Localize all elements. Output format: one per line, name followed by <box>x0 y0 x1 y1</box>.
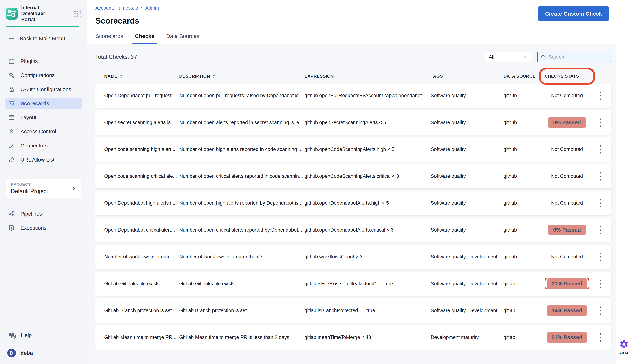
sidebar-item-label: OAuth Configurations <box>21 86 71 92</box>
check-expression: github.openDependabotAlerts.critical < 3 <box>304 227 431 233</box>
back-to-main-menu[interactable]: Back to Main Menu <box>0 36 87 42</box>
kebab-menu-icon <box>599 117 602 128</box>
row-actions-menu[interactable] <box>597 332 604 343</box>
filter-value: All <box>489 54 494 60</box>
check-data-source: github <box>503 93 545 98</box>
check-expression: gitlab.isBranchProtected == true <box>304 308 431 314</box>
toolbar-right: All <box>485 52 611 62</box>
row-actions-menu[interactable] <box>597 305 604 316</box>
check-tags: Software quality, Development... <box>431 254 503 260</box>
connector-icon <box>8 142 15 149</box>
check-description: Number of open critical alerts reported … <box>179 227 304 233</box>
person-icon <box>8 128 15 135</box>
project-nav: Pipelines Executions <box>0 208 87 236</box>
sidebar-item-executions[interactable]: Executions <box>5 222 82 233</box>
table-row: GitLab Gitleaks file existsGitLab Gitlea… <box>95 272 611 296</box>
aida-assistant-button[interactable]: AIDA <box>616 339 632 355</box>
check-expression: gitlab.isFileExists.".gitleaks.toml" == … <box>304 281 431 286</box>
check-tags: Software quality <box>431 93 503 98</box>
help-button[interactable]: ? Help <box>0 332 87 339</box>
column-header-checks-stats: CHECKS STATS <box>545 74 589 79</box>
sidebar-item-label: Pipelines <box>21 211 42 217</box>
app-grid-icon[interactable] <box>73 10 82 18</box>
table-row: Open Dependabot critical alert...Number … <box>95 218 611 242</box>
search-icon <box>541 54 546 60</box>
check-stats: 0% Passed <box>545 224 589 235</box>
sidebar-item-scorecards[interactable]: Scorecards <box>5 98 82 109</box>
check-data-source: github <box>503 200 545 206</box>
breadcrumb: Account: Harness.io › Admin <box>96 5 615 11</box>
arrow-left-icon <box>8 36 15 42</box>
tab-checks[interactable]: Checks <box>135 33 155 44</box>
sidebar-item-plugins[interactable]: Plugins <box>5 56 82 67</box>
check-stats: 14% Passed <box>545 305 589 316</box>
sidebar-item-pipelines[interactable]: Pipelines <box>5 208 82 219</box>
plugin-icon <box>8 58 15 65</box>
column-header-name[interactable]: NAME <box>104 74 179 79</box>
help-chat-icon: ? <box>9 332 16 339</box>
user-menu[interactable]: D deba <box>0 349 87 358</box>
check-name: Open code scanning critical ale... <box>104 174 179 179</box>
search-box <box>537 52 611 62</box>
search-input[interactable] <box>549 54 608 60</box>
check-stats: Not Computed <box>545 254 589 260</box>
row-actions-menu[interactable] <box>597 224 604 236</box>
check-name: Number of workflows is greate... <box>104 254 179 260</box>
kebab-menu-icon <box>599 252 602 262</box>
sidebar-item-layout[interactable]: Layout <box>5 112 82 123</box>
checks-content: Total Checks: 37 All NAME <box>87 44 615 364</box>
sidebar-item-configurations[interactable]: Configurations <box>5 70 82 81</box>
breadcrumb-admin[interactable]: Admin <box>145 5 159 11</box>
sidebar-item-access-control[interactable]: Access Control <box>5 126 82 137</box>
check-expression: gitlab.meanTimeToMerge < 48 <box>304 334 431 340</box>
column-header-description[interactable]: DESCRIPTION <box>179 74 304 79</box>
row-actions-menu[interactable] <box>597 117 604 128</box>
row-actions-menu[interactable] <box>597 170 604 182</box>
check-tags: Software quality <box>431 174 503 179</box>
check-name: Open Dependabot pull request... <box>104 93 179 98</box>
check-name: Open secret scanning alerts is ... <box>104 120 179 125</box>
filter-dropdown[interactable]: All <box>485 52 532 62</box>
check-tags: Software quality, Development... <box>431 308 503 314</box>
check-data-source: github <box>503 120 545 125</box>
sort-icon[interactable] <box>119 74 123 78</box>
sidebar-item-url-allow-list[interactable]: URL Allow List <box>5 154 82 165</box>
kebab-menu-icon <box>599 305 602 316</box>
sort-icon[interactable] <box>212 74 216 78</box>
create-custom-check-button[interactable]: Create Custom Check <box>538 6 609 21</box>
sidebar-item-connectors[interactable]: Connectors <box>5 140 82 151</box>
project-selector[interactable]: PROJECT Default Project <box>6 179 81 198</box>
stats-text: Not Computed <box>551 93 583 98</box>
check-name: Open Dependabot critical alert... <box>104 227 179 233</box>
layout-icon <box>8 114 15 121</box>
tab-scorecards[interactable]: Scorecards <box>96 33 123 44</box>
check-expression: github.openCodeScanningAlerts.high < 5 <box>304 146 431 152</box>
table-row: GitLab Branch protection is setGitLab Br… <box>95 298 611 323</box>
stats-badge: 21% Passed <box>547 332 587 343</box>
check-description: Number of open high alerts reported in c… <box>179 146 304 152</box>
row-actions-menu[interactable] <box>597 144 604 155</box>
check-name: Open Dependabot high alerts i... <box>104 200 179 206</box>
main-panel: Account: Harness.io › Admin Scorecards S… <box>87 0 616 364</box>
check-data-source: gitlab <box>503 308 545 314</box>
check-description: GitLab Mean time to merge PR is less tha… <box>179 334 304 340</box>
row-actions-menu[interactable] <box>597 278 604 290</box>
column-header-data-source[interactable]: DATA SOURCE <box>503 74 545 79</box>
row-actions-menu[interactable] <box>597 90 604 102</box>
tab-data-sources[interactable]: Data Sources <box>166 33 199 44</box>
app-root: Internal Developer Portal Back to Main M… <box>0 0 632 364</box>
sort-icon[interactable] <box>537 74 541 78</box>
sidebar-header: Internal Developer Portal <box>0 0 87 22</box>
column-header-tags: TAGS <box>431 74 503 79</box>
check-stats: Not Computed <box>545 200 589 206</box>
row-actions-menu[interactable] <box>597 251 604 263</box>
sidebar-divider <box>6 174 82 174</box>
table-body: Open Dependabot pull request...Number of… <box>95 84 611 350</box>
sidebar-item-oauth-configurations[interactable]: OAuth Configurations <box>5 84 82 95</box>
row-actions-menu[interactable] <box>597 197 604 209</box>
chevron-right-icon <box>71 186 77 191</box>
sidebar-item-label: URL Allow List <box>21 157 55 163</box>
check-description: GitLab Gitleaks file exists <box>179 281 304 286</box>
breadcrumb-account[interactable]: Account: Harness.io <box>96 5 138 11</box>
check-stats: Not Computed <box>545 93 589 98</box>
